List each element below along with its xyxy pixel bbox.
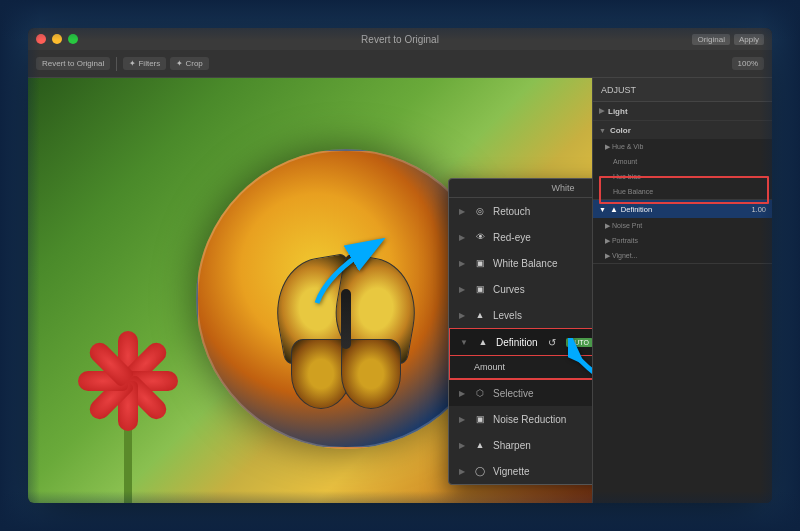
definition-triangle: ▲ bbox=[610, 205, 618, 214]
menu-item-curves[interactable]: ▶ ▣ Curves bbox=[449, 276, 592, 302]
whitebalance-icon: ▣ bbox=[473, 256, 487, 270]
menu-item-sharpen[interactable]: ▶ ▲ Sharpen bbox=[449, 432, 592, 458]
color-label: Color bbox=[610, 126, 631, 135]
rp-hue-item: ▶ Hue & Vib bbox=[593, 139, 772, 154]
definition-panel-label: Definition bbox=[621, 205, 652, 214]
hue-bias-label: Hue bias bbox=[605, 173, 641, 180]
wing-bottom-right bbox=[341, 339, 401, 409]
menu-label-noise: Noise Reduction bbox=[493, 414, 566, 425]
noise-pnt-label: ▶ Noise Pnt bbox=[605, 222, 642, 230]
definition-panel-row[interactable]: ▼ ▲ Definition 1.00 bbox=[593, 200, 772, 218]
rp-amount-item: Amount bbox=[593, 154, 772, 169]
menu-item-levels[interactable]: ▶ ▲ Levels bbox=[449, 302, 592, 328]
color-arrow: ▼ bbox=[599, 127, 606, 134]
blue-arrow-panel bbox=[307, 233, 397, 317]
apply-button[interactable]: Apply bbox=[734, 34, 764, 45]
reset-icon[interactable]: ↺ bbox=[548, 337, 556, 348]
menu-label-retouch: Retouch bbox=[493, 206, 530, 217]
menu-label-selective: Selective bbox=[493, 388, 534, 399]
light-section-header[interactable]: ▶ Light bbox=[593, 102, 772, 120]
definition-panel-value1: 1.00 bbox=[751, 205, 766, 214]
amount-label: Amount bbox=[605, 158, 637, 165]
arrow-icon: ▶ bbox=[459, 285, 465, 294]
rp-portraits-item: ▶ Portraits bbox=[593, 233, 772, 248]
rp-section-light: ▶ Light bbox=[593, 102, 772, 121]
panel-title: ADJUST bbox=[601, 85, 636, 95]
app-window: Revert to Original Original Apply Revert… bbox=[28, 28, 772, 503]
arrow-icon: ▶ bbox=[459, 233, 465, 242]
right-panel: ADJUST ▶ Light ▼ Color bbox=[592, 78, 772, 503]
photo-area: White ▶ ◎ Retouch ▶ 👁 Red-eye ▶ ▣ White … bbox=[28, 78, 592, 503]
arrow-icon: ▶ bbox=[459, 311, 465, 320]
panel-header: ADJUST bbox=[593, 78, 772, 102]
menu-item-retouch[interactable]: ▶ ◎ Retouch bbox=[449, 198, 592, 224]
adjustments-dropdown: White ▶ ◎ Retouch ▶ 👁 Red-eye ▶ ▣ White … bbox=[448, 178, 592, 485]
arrow-icon: ▶ bbox=[459, 467, 465, 476]
rp-hue-balance-item: Hue Balance bbox=[593, 184, 772, 199]
hue-balance-label: Hue Balance bbox=[605, 188, 653, 195]
light-arrow: ▶ bbox=[599, 107, 604, 115]
close-button[interactable] bbox=[36, 34, 46, 44]
maximize-button[interactable] bbox=[68, 34, 78, 44]
title-bar-right: Original Apply bbox=[692, 34, 764, 45]
noise-icon: ▣ bbox=[473, 412, 487, 426]
redeye-icon: 👁 bbox=[473, 230, 487, 244]
arrow-icon: ▶ bbox=[459, 207, 465, 216]
sharpen-icon: ▲ bbox=[473, 438, 487, 452]
levels-icon: ▲ bbox=[473, 308, 487, 322]
main-layout: White ▶ ◎ Retouch ▶ 👁 Red-eye ▶ ▣ White … bbox=[28, 78, 772, 503]
menu-label-sharpen: Sharpen bbox=[493, 440, 531, 451]
toolbar-separator bbox=[116, 57, 117, 71]
hue-label: ▶ Hue & Vib bbox=[605, 143, 643, 151]
arrow-icon: ▶ bbox=[459, 259, 465, 268]
curves-icon: ▣ bbox=[473, 282, 487, 296]
adjustments-panel[interactable]: ▶ Light ▼ Color ▶ Hue & Vib Amount bbox=[593, 102, 772, 503]
flower-head bbox=[98, 331, 158, 411]
rp-vignet-item: ▶ Vignet... bbox=[593, 248, 772, 263]
menu-label-curves: Curves bbox=[493, 284, 525, 295]
filters-button[interactable]: ✦ Filters bbox=[123, 57, 166, 70]
toolbar: Revert to Original ✦ Filters ✦ Crop 100% bbox=[28, 50, 772, 78]
menu-label-vignette: Vignette bbox=[493, 466, 530, 477]
rp-section-color: ▼ Color ▶ Hue & Vib Amount Hue bias Hue … bbox=[593, 121, 772, 200]
selective-icon: ⬡ bbox=[473, 386, 487, 400]
arrow-icon: ▶ bbox=[459, 415, 465, 424]
menu-label-redeye: Red-eye bbox=[493, 232, 531, 243]
menu-item-redeye[interactable]: ▶ 👁 Red-eye bbox=[449, 224, 592, 250]
menu-item-whitebalance[interactable]: ▶ ▣ White Balance bbox=[449, 250, 592, 276]
menu-label-levels: Levels bbox=[493, 310, 522, 321]
arrow-icon: ▶ bbox=[459, 389, 465, 398]
menu-label-definition: Definition bbox=[496, 337, 538, 348]
revert-button[interactable]: Revert to Original bbox=[36, 57, 110, 70]
minimize-button[interactable] bbox=[52, 34, 62, 44]
flower-decoration bbox=[68, 331, 188, 503]
crop-button[interactable]: ✦ Crop bbox=[170, 57, 209, 70]
rp-noise-pnt-item: ▶ Noise Pnt bbox=[593, 218, 772, 233]
rp-hue-bias-item: Hue bias bbox=[593, 169, 772, 184]
vignet-label: ▶ Vignet... bbox=[605, 252, 638, 260]
light-label: Light bbox=[608, 107, 628, 116]
arrow-icon: ▶ bbox=[459, 441, 465, 450]
menu-item-vignette[interactable]: ▶ ◯ Vignette bbox=[449, 458, 592, 484]
definition-icon: ▲ bbox=[476, 335, 490, 349]
vignette-icon: ◯ bbox=[473, 464, 487, 478]
portraits-label: ▶ Portraits bbox=[605, 237, 638, 245]
color-section-header[interactable]: ▼ Color bbox=[593, 121, 772, 139]
zoom-level[interactable]: 100% bbox=[732, 57, 764, 70]
window-title: Revert to Original bbox=[361, 34, 439, 45]
definition-arrow-panel: ▼ bbox=[599, 206, 606, 213]
blue-arrow-menu bbox=[568, 338, 592, 412]
menu-section-label: White bbox=[449, 179, 592, 198]
title-bar: Revert to Original Original Apply bbox=[28, 28, 772, 50]
retouch-icon: ◎ bbox=[473, 204, 487, 218]
definition-arrow-icon: ▼ bbox=[460, 338, 468, 347]
rp-section-definition: ▼ ▲ Definition 1.00 ▶ Noise Pnt ▶ Portra… bbox=[593, 200, 772, 264]
original-button[interactable]: Original bbox=[692, 34, 730, 45]
menu-label-whitebalance: White Balance bbox=[493, 258, 557, 269]
